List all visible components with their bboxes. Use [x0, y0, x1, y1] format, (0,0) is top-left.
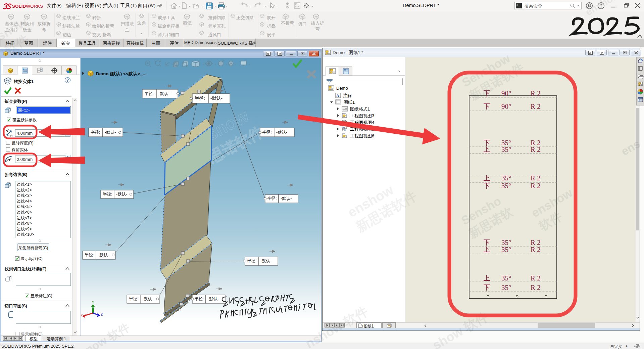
svg-text:SOLIDWORKS: SOLIDWORKS [12, 4, 43, 9]
svg-text:-默认-: -默认- [281, 196, 292, 201]
svg-text:Z: Z [101, 313, 103, 316]
svg-text:半径:: 半径: [262, 130, 271, 135]
svg-text:半径:: 半径: [129, 297, 138, 301]
svg-text:Sensnow: Sensnow [279, 289, 321, 336]
svg-text:半径:: 半径: [85, 253, 94, 257]
svg-text:-默认-: -默认- [158, 91, 169, 96]
svg-text:图纸格式1: 图纸格式1 [350, 106, 370, 112]
svg-text:-默认-: -默认- [260, 259, 271, 263]
svg-text:工程图视图4: 工程图视图4 [350, 120, 374, 125]
svg-text:-默认-: -默认- [116, 192, 127, 197]
svg-text:Demo (默认) <<默认>_...: Demo (默认) <<默认>_... [96, 71, 146, 76]
svg-text:半径:: 半径: [194, 297, 204, 301]
svg-text:T1: T1 [9, 134, 13, 137]
svg-text:x: x [81, 313, 83, 317]
svg-text:-默认-: -默认- [98, 253, 109, 257]
svg-text:-默认-: -默认- [105, 130, 116, 135]
svg-text:半径:: 半径: [103, 192, 112, 197]
svg-text:Y: Y [92, 301, 94, 304]
svg-text:-默认-: -默认- [208, 297, 219, 301]
svg-text:半径:: 半径: [267, 196, 277, 201]
svg-text:工程图视图6: 工程图视图6 [350, 133, 374, 138]
svg-text:半径:: 半径: [144, 91, 154, 96]
svg-text:?: ? [600, 3, 602, 8]
svg-text:注解: 注解 [343, 93, 352, 98]
svg-text:-默认-: -默认- [210, 96, 222, 101]
svg-text:图纸1: 图纸1 [344, 100, 355, 105]
svg-text:Demo: Demo [336, 86, 348, 91]
svg-text:工程图视图5: 工程图视图5 [350, 127, 374, 132]
svg-text:半径:: 半径: [247, 259, 256, 263]
svg-text:半径:: 半径: [91, 130, 100, 135]
svg-text:工程图视图3: 工程图视图3 [350, 113, 374, 118]
svg-text:A: A [337, 93, 339, 97]
svg-text:半径:: 半径: [195, 96, 205, 101]
svg-text:-默认-: -默认- [276, 130, 287, 135]
svg-text:-默认-: -默认- [142, 297, 153, 301]
